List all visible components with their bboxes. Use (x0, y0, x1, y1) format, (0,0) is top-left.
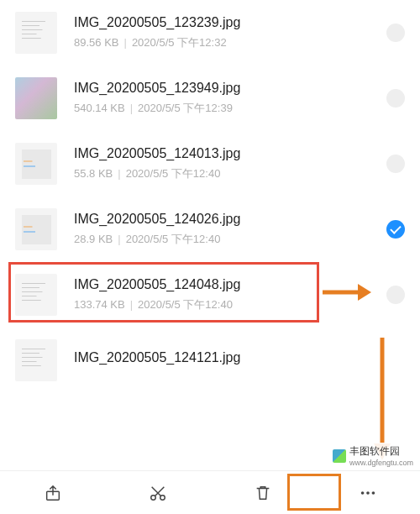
file-size: 540.14 KB (74, 102, 125, 114)
file-meta: 55.8 KB|2020/5/5 下午12:40 (74, 166, 378, 181)
file-name: IMG_20200505_124013.jpg (74, 146, 378, 161)
file-info: IMG_20200505_124026.jpg 28.9 KB|2020/5/5… (74, 212, 378, 247)
file-info: IMG_20200505_123949.jpg 540.14 KB|2020/5… (74, 81, 378, 116)
select-radio[interactable] (386, 89, 405, 108)
file-list: IMG_20200505_123239.jpg 89.56 KB|2020/5/… (0, 0, 420, 385)
watermark-url: www.dgfengtu.com (349, 459, 413, 467)
file-info: IMG_20200505_124121.jpg (74, 350, 405, 370)
file-row[interactable]: IMG_20200505_124048.jpg 133.74 KB|2020/5… (0, 262, 420, 328)
file-row[interactable]: IMG_20200505_123949.jpg 540.14 KB|2020/5… (0, 66, 420, 131)
watermark-title: 丰图软件园 (349, 445, 400, 457)
share-icon (44, 484, 62, 502)
file-size: 55.8 KB (74, 167, 113, 180)
file-date: 2020/5/5 下午12:32 (132, 36, 227, 49)
file-row-selected[interactable]: IMG_20200505_124026.jpg 28.9 KB|2020/5/5… (0, 197, 420, 262)
file-name: IMG_20200505_124121.jpg (74, 350, 405, 365)
scissors-icon (149, 484, 167, 502)
svg-point-6 (160, 495, 165, 500)
file-name: IMG_20200505_123239.jpg (74, 15, 378, 30)
bottom-toolbar (0, 470, 420, 514)
file-name: IMG_20200505_124048.jpg (74, 277, 378, 292)
file-thumbnail (15, 143, 57, 185)
file-row[interactable]: IMG_20200505_124121.jpg (0, 328, 420, 385)
svg-point-5 (150, 495, 155, 500)
file-info: IMG_20200505_123239.jpg 89.56 KB|2020/5/… (74, 15, 378, 50)
file-meta: 89.56 KB|2020/5/5 下午12:32 (74, 35, 378, 50)
file-meta: 28.9 KB|2020/5/5 下午12:40 (74, 232, 378, 247)
file-thumbnail (15, 77, 57, 119)
select-radio[interactable] (386, 155, 405, 173)
file-info: IMG_20200505_124048.jpg 133.74 KB|2020/5… (74, 277, 378, 312)
select-radio-checked[interactable] (386, 220, 405, 239)
select-radio[interactable] (386, 286, 405, 304)
file-size: 89.56 KB (74, 36, 119, 49)
svg-point-7 (360, 491, 364, 495)
more-button[interactable] (343, 476, 393, 510)
file-date: 2020/5/5 下午12:40 (126, 167, 221, 180)
file-meta: 540.14 KB|2020/5/5 下午12:39 (74, 101, 378, 116)
watermark-logo-icon (333, 449, 346, 463)
svg-point-8 (366, 491, 370, 495)
file-date: 2020/5/5 下午12:40 (138, 298, 233, 311)
file-thumbnail (15, 339, 57, 381)
file-meta: 133.74 KB|2020/5/5 下午12:40 (74, 297, 378, 312)
select-radio[interactable] (386, 24, 405, 42)
file-thumbnail (15, 12, 57, 54)
delete-button[interactable] (238, 476, 288, 510)
file-thumbnail (15, 208, 57, 250)
file-row[interactable]: IMG_20200505_124013.jpg 55.8 KB|2020/5/5… (0, 131, 420, 197)
file-name: IMG_20200505_123949.jpg (74, 81, 378, 96)
file-thumbnail (15, 274, 57, 316)
watermark: 丰图软件园 www.dgfengtu.com (329, 443, 417, 469)
file-date: 2020/5/5 下午12:40 (126, 233, 221, 245)
cut-button[interactable] (133, 476, 183, 510)
svg-point-9 (371, 491, 375, 495)
more-icon (359, 484, 377, 502)
file-row[interactable]: IMG_20200505_123239.jpg 89.56 KB|2020/5/… (0, 0, 420, 66)
share-button[interactable] (28, 476, 78, 510)
file-date: 2020/5/5 下午12:39 (138, 102, 233, 114)
file-name: IMG_20200505_124026.jpg (74, 212, 378, 227)
file-info: IMG_20200505_124013.jpg 55.8 KB|2020/5/5… (74, 146, 378, 181)
trash-icon (254, 484, 272, 502)
file-size: 133.74 KB (74, 298, 125, 311)
file-size: 28.9 KB (74, 233, 113, 245)
